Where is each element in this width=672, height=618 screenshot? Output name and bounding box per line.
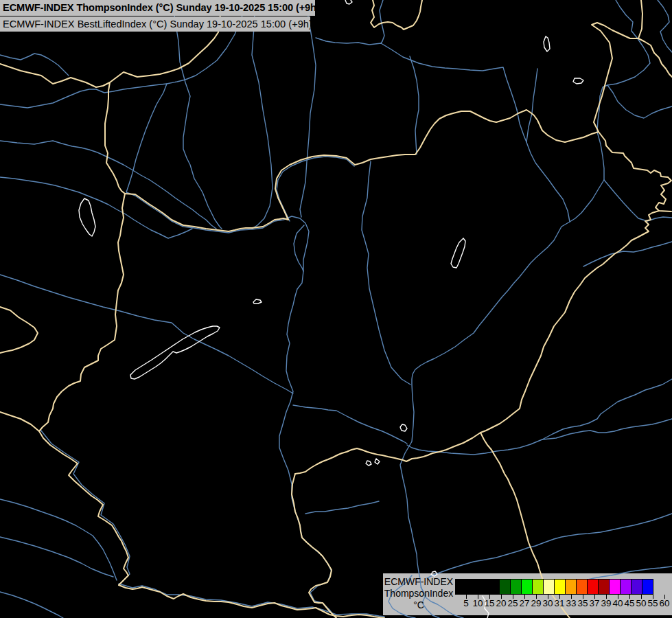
border-hungary-romania <box>480 211 659 433</box>
river-ipel-upper <box>410 56 419 154</box>
weather-map-page: ECMWF-INDEX ThompsonIndex °C 51015202527… <box>0 0 672 618</box>
border-austria-slovenia-a <box>0 307 38 353</box>
colorbar-swatch <box>455 579 467 595</box>
river-vah <box>173 0 222 229</box>
border-slovenia-croatia <box>0 412 39 431</box>
river-ne-east <box>607 85 672 118</box>
colorbar-swatch <box>642 579 653 595</box>
legend-unit-label: °C <box>383 599 454 611</box>
colorbar-swatch <box>631 579 642 595</box>
river-koros-north <box>407 379 672 455</box>
colorbar-swatch <box>521 579 533 595</box>
colorbar-swatch <box>554 579 566 595</box>
lakes-layer <box>79 0 583 618</box>
river-nitra <box>252 0 273 229</box>
river-nw-corner <box>0 54 69 76</box>
legend-index-label: ThompsonIndex <box>383 588 454 599</box>
colorbar-swatch <box>477 579 489 595</box>
river-serbia-south <box>305 501 379 514</box>
river-danube <box>0 84 336 618</box>
colorbar-labels: 51015202527293031333537394045505560 <box>455 598 672 609</box>
river-upper-tisza <box>597 0 650 132</box>
river-hernad-west <box>316 38 517 110</box>
lake-velence <box>253 299 262 304</box>
river-hornad <box>526 69 537 142</box>
border-ukraine-east <box>638 38 672 77</box>
river-zala-sio-west <box>0 275 293 393</box>
colorbar-swatch <box>598 579 610 595</box>
colorbar-swatch <box>510 579 522 595</box>
lake-se-small-b <box>366 461 371 466</box>
river-drava <box>119 584 384 617</box>
river-zagyva <box>362 161 410 385</box>
colorbar-swatch <box>620 579 632 595</box>
river-raba-south <box>0 177 192 238</box>
legend-titles: ECMWF-INDEX ThompsonIndex °C <box>383 576 454 611</box>
river-sio-east <box>293 405 407 444</box>
river-sw-one <box>0 499 117 580</box>
lake-se-small-c <box>375 459 380 464</box>
river-szamos <box>583 242 672 266</box>
colorbar-swatch <box>532 579 544 595</box>
border-hungary-ukraine <box>599 132 671 211</box>
lake-balaton <box>130 326 220 379</box>
colorbar-swatch <box>488 579 500 595</box>
lake-top-small <box>345 0 352 4</box>
map-canvas <box>0 0 672 618</box>
lake-ne-small-a <box>544 36 550 52</box>
colorbar-swatch <box>565 579 577 595</box>
colorbar-swatch <box>499 579 511 595</box>
border-hungary-serbia <box>295 433 480 474</box>
river-raba-north <box>0 141 216 229</box>
river-poprad <box>380 0 384 43</box>
river-sw-corner <box>0 592 63 618</box>
legend-panel: ECMWF-INDEX ThompsonIndex °C 51015202527… <box>383 573 672 615</box>
river-ipoly-border <box>277 157 354 221</box>
border-austria-hungary-west <box>39 82 128 585</box>
country-borders-layer <box>0 0 672 618</box>
river-koros-south <box>542 419 672 439</box>
river-tisza <box>400 132 604 618</box>
colorbar-swatch <box>587 579 599 595</box>
border-hungary-croatia-drava <box>119 585 384 618</box>
lake-se-small-a <box>400 424 407 431</box>
river-danube-branch <box>294 225 304 271</box>
border-slovakia-ukraine <box>592 0 642 132</box>
border-slovakia-hungary-north <box>275 110 599 220</box>
colorbar-swatch <box>466 579 478 595</box>
title-line-thompson-index: ECMWF-INDEX ThompsonIndex (°C) Sunday 19… <box>0 0 315 16</box>
colorbar-swatch <box>576 579 588 595</box>
colorbar-swatch <box>543 579 555 595</box>
border-danube-slovakia-hungary <box>125 194 288 231</box>
lake-neusiedl <box>79 198 95 236</box>
border-croatia-serbia-danube <box>292 474 336 618</box>
colorbar-swatch <box>609 579 621 595</box>
colorbar <box>455 579 653 595</box>
river-maros <box>427 514 672 578</box>
border-slovakia-poland-dip <box>371 0 422 30</box>
river-sw-two <box>0 537 113 577</box>
river-mura <box>40 430 130 584</box>
rivers-layer <box>0 0 672 618</box>
river-ne-corner <box>658 0 672 52</box>
river-sajo <box>517 110 570 222</box>
title-line-best-lifted-index: ECMWF-INDEX BestLiftedIndex (°C) Sunday … <box>0 16 310 32</box>
colorbar-tick-label: 60 <box>655 598 672 608</box>
river-hron <box>300 0 316 217</box>
lake-tisza <box>451 238 465 268</box>
river-bodrog <box>604 180 672 221</box>
legend-product-label: ECMWF-INDEX <box>383 576 454 588</box>
lake-ne-small-b <box>573 78 583 84</box>
